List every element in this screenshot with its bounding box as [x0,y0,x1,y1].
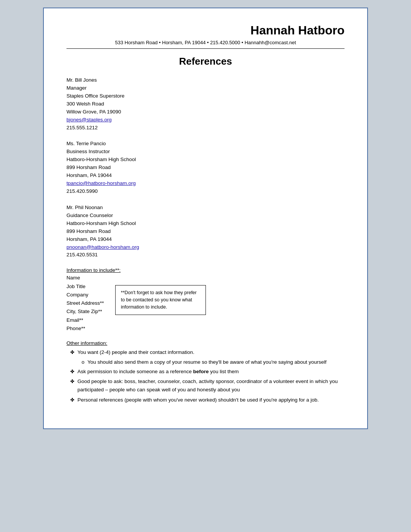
bullet-text-2: Good people to ask: boss, teacher, couns… [77,377,345,394]
sub-bullet-item-0-0: o You should also send them a copy of yo… [82,358,345,366]
ref1-email[interactable]: bjones@staples.org [66,116,345,124]
reference-2: Ms. Terrie Pancio Business Instructor Ha… [66,140,345,195]
info-item-3: Street Address** [66,299,104,307]
info-item-1: Job Title [66,282,104,291]
header-contact: 533 Horsham Road • Horsham, PA 19044 • 2… [66,40,345,45]
bullet-item-3: ✤ Personal references (people with whom … [70,396,345,404]
other-info-section: Other information: ✤ You want (2-4) peop… [66,340,345,404]
ref3-email[interactable]: pnoonan@hatboro-horsham.org [66,244,345,251]
bullet-item-2: ✤ Good people to ask: boss, teacher, cou… [70,377,345,394]
bullet-icon-0: ✤ [70,348,74,356]
other-info-header: Other information: [66,340,345,346]
header-name: Hannah Hatboro [66,23,345,37]
page: Hannah Hatboro 533 Horsham Road • Horsha… [43,8,368,429]
ref1-addr1: 300 Welsh Road [66,100,345,108]
ref1-addr2: Willow Grove, PA 19090 [66,108,345,116]
ref3-org: Hatboro-Horsham High School [66,220,345,228]
ref1-title: Manager [66,84,345,92]
ref2-email[interactable]: tpancio@hatboro-horsham.org [66,180,345,188]
bullet-item-0: ✤ You want (2-4) people and their contac… [70,348,345,357]
bold-before: before [193,369,209,374]
sub-bullet-text-0-0: You should also send them a copy of your… [88,358,345,366]
ref3-addr1: 899 Horsham Road [66,228,345,236]
header-divider [66,48,345,49]
info-section: Information to include**: Name Job Title… [66,267,345,333]
bullet-text-1: Ask permission to include someone as a r… [77,368,345,376]
ref2-org: Hatboro-Horsham High School [66,156,345,164]
reference-1: Mr. Bill Jones Manager Staples Office Su… [66,76,345,132]
ref2-title: Business Instructor [66,148,345,156]
info-item-0: Name [66,274,104,282]
ref3-name: Mr. Phil Noonan [66,204,345,212]
ref1-name: Mr. Bill Jones [66,76,345,84]
reference-3: Mr. Phil Noonan Guidance Counselor Hatbo… [66,204,345,259]
ref1-org: Staples Office Superstore [66,92,345,100]
page-title: References [66,56,345,67]
bullet-text-0: You want (2-4) people and their contact … [77,348,345,357]
bullet-icon-1: ✤ [70,368,74,375]
info-list: Name Job Title Company Street Address** … [66,274,345,333]
info-items-left: Name Job Title Company Street Address** … [66,274,104,333]
info-item-2: Company [66,291,104,299]
bullet-icon-2: ✤ [70,377,74,385]
ref3-phone: 215.420.5531 [66,251,345,259]
info-note-box: **Don't forget to ask how they prefer to… [115,285,206,315]
info-item-6: Phone** [66,324,104,333]
bullet-item-1: ✤ Ask permission to include someone as a… [70,368,345,376]
sub-bullet-list-0: o You should also send them a copy of yo… [70,358,345,366]
ref3-addr2: Horsham, PA 19044 [66,236,345,244]
ref2-addr2: Horsham, PA 19044 [66,172,345,180]
ref2-addr1: 899 Horsham Road [66,164,345,172]
info-item-5: Email** [66,316,104,324]
info-item-4: City, State Zip** [66,307,104,316]
bullet-icon-3: ✤ [70,396,74,404]
ref2-phone: 215.420.5990 [66,188,345,195]
info-section-header: Information to include**: [66,267,345,273]
bullet-text-3: Personal references (people with whom yo… [77,396,345,404]
ref1-phone: 215.555.1212 [66,124,345,132]
other-info-bullet-list: ✤ You want (2-4) people and their contac… [66,348,345,404]
sub-bullet-icon-0-0: o [82,358,85,366]
ref3-title: Guidance Counselor [66,212,345,220]
ref2-name: Ms. Terrie Pancio [66,140,345,148]
